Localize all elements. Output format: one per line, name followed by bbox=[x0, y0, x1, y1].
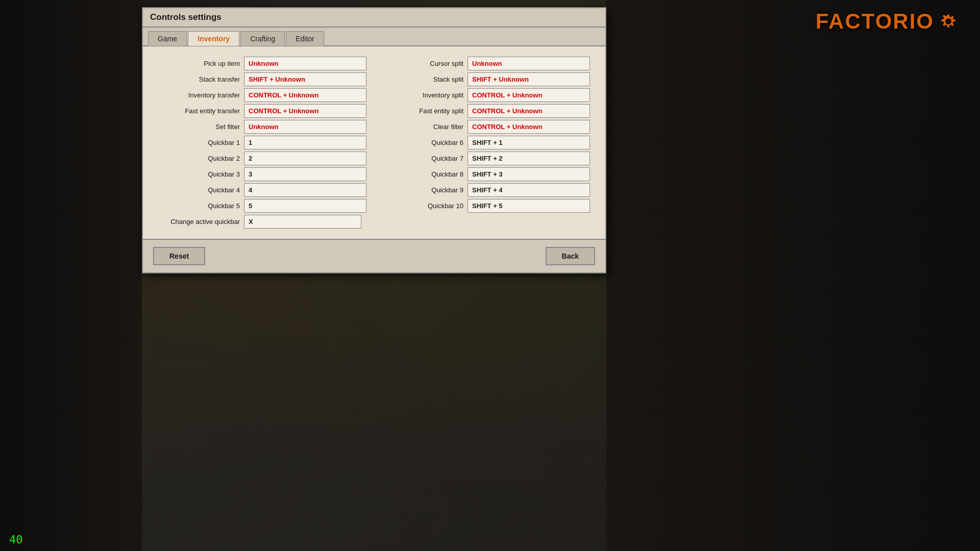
input-inv-split[interactable]: CONTROL + Unknown bbox=[468, 88, 590, 102]
input-cursor-split[interactable]: Unknown bbox=[468, 57, 590, 70]
label-set-filter: Set filter bbox=[158, 123, 240, 131]
label-qb2: Quickbar 2 bbox=[158, 155, 240, 162]
input-qb3[interactable]: 3 bbox=[244, 167, 366, 181]
label-qb3: Quickbar 3 bbox=[158, 170, 240, 178]
tab-game[interactable]: Game bbox=[148, 31, 187, 46]
reset-button[interactable]: Reset bbox=[153, 247, 205, 265]
binding-row-qb8: Quickbar 8 SHIFT + 3 bbox=[382, 167, 590, 181]
binding-row-pickup: Pick up item Unknown bbox=[158, 57, 366, 70]
tab-inventory[interactable]: Inventory bbox=[188, 31, 239, 46]
label-change-quickbar: Change active quickbar bbox=[158, 218, 240, 226]
tab-crafting[interactable]: Crafting bbox=[240, 31, 285, 46]
bindings-grid: Pick up item Unknown Cursor split Unknow… bbox=[158, 57, 590, 213]
label-cursor-split: Cursor split bbox=[382, 60, 463, 67]
fps-counter: 40 bbox=[9, 533, 23, 546]
binding-row-qb2: Quickbar 2 2 bbox=[158, 152, 366, 165]
binding-row-stack-transfer: Stack transfer SHIFT + Unknown bbox=[158, 72, 366, 86]
controls-dialog: Controls settings Game Inventory Craftin… bbox=[142, 7, 606, 273]
label-stack-split: Stack split bbox=[382, 76, 463, 83]
binding-row-clear-filter: Clear filter CONTROL + Unknown bbox=[382, 120, 590, 134]
label-inv-transfer: Inventory transfer bbox=[158, 91, 240, 99]
input-qb4[interactable]: 4 bbox=[244, 183, 366, 197]
input-inv-transfer[interactable]: CONTROL + Unknown bbox=[244, 88, 366, 102]
binding-row-fast-transfer: Fast entity transfer CONTROL + Unknown bbox=[158, 104, 366, 118]
input-qb10[interactable]: SHIFT + 5 bbox=[468, 199, 590, 213]
binding-row-set-filter: Set filter Unknown bbox=[158, 120, 366, 134]
input-pickup[interactable]: Unknown bbox=[244, 57, 366, 70]
bg-left-panel bbox=[0, 0, 142, 551]
label-stack-transfer: Stack transfer bbox=[158, 76, 240, 83]
binding-row-qb9: Quickbar 9 SHIFT + 4 bbox=[382, 183, 590, 197]
binding-row-qb10: Quickbar 10 SHIFT + 5 bbox=[382, 199, 590, 213]
binding-row-qb1: Quickbar 1 1 bbox=[158, 136, 366, 149]
label-qb5: Quickbar 5 bbox=[158, 202, 240, 210]
label-qb1: Quickbar 1 bbox=[158, 139, 240, 146]
tabs-bar: Game Inventory Crafting Editor bbox=[143, 28, 605, 46]
input-qb6[interactable]: SHIFT + 1 bbox=[468, 136, 590, 149]
binding-row-change-quickbar: Change active quickbar X bbox=[158, 215, 590, 229]
input-stack-transfer[interactable]: SHIFT + Unknown bbox=[244, 72, 366, 86]
input-clear-filter[interactable]: CONTROL + Unknown bbox=[468, 120, 590, 134]
input-qb5[interactable]: 5 bbox=[244, 199, 366, 213]
binding-row-qb7: Quickbar 7 SHIFT + 2 bbox=[382, 152, 590, 165]
binding-row-qb4: Quickbar 4 4 bbox=[158, 183, 366, 197]
binding-row-qb3: Quickbar 3 3 bbox=[158, 167, 366, 181]
binding-row-inv-split: Inventory split CONTROL + Unknown bbox=[382, 88, 590, 102]
label-qb9: Quickbar 9 bbox=[382, 186, 463, 194]
input-fast-transfer[interactable]: CONTROL + Unknown bbox=[244, 104, 366, 118]
label-fast-split: Fast entity split bbox=[382, 107, 463, 115]
label-fast-transfer: Fast entity transfer bbox=[158, 107, 240, 115]
logo-text: FACTORIO bbox=[816, 9, 934, 34]
binding-row-qb6: Quickbar 6 SHIFT + 1 bbox=[382, 136, 590, 149]
input-set-filter[interactable]: Unknown bbox=[244, 120, 366, 134]
label-qb6: Quickbar 6 bbox=[382, 139, 463, 146]
label-clear-filter: Clear filter bbox=[382, 123, 463, 131]
factorio-logo: FACTORIO bbox=[816, 9, 960, 34]
binding-row-cursor-split: Cursor split Unknown bbox=[382, 57, 590, 70]
input-fast-split[interactable]: CONTROL + Unknown bbox=[468, 104, 590, 118]
input-change-quickbar[interactable]: X bbox=[244, 215, 361, 229]
label-qb4: Quickbar 4 bbox=[158, 186, 240, 194]
label-qb10: Quickbar 10 bbox=[382, 202, 463, 210]
bg-right-panel bbox=[606, 0, 980, 551]
label-inv-split: Inventory split bbox=[382, 91, 463, 99]
back-button[interactable]: Back bbox=[546, 247, 595, 265]
binding-row-stack-split: Stack split SHIFT + Unknown bbox=[382, 72, 590, 86]
input-qb2[interactable]: 2 bbox=[244, 152, 366, 165]
input-qb8[interactable]: SHIFT + 3 bbox=[468, 167, 590, 181]
input-qb9[interactable]: SHIFT + 4 bbox=[468, 183, 590, 197]
input-qb7[interactable]: SHIFT + 2 bbox=[468, 152, 590, 165]
input-stack-split[interactable]: SHIFT + Unknown bbox=[468, 72, 590, 86]
input-qb1[interactable]: 1 bbox=[244, 136, 366, 149]
label-qb8: Quickbar 8 bbox=[382, 170, 463, 178]
dialog-footer: Reset Back bbox=[143, 239, 605, 272]
dialog-title: Controls settings bbox=[143, 8, 605, 28]
binding-row-qb5: Quickbar 5 5 bbox=[158, 199, 366, 213]
dialog-content: Pick up item Unknown Cursor split Unknow… bbox=[143, 46, 605, 239]
binding-row-fast-split: Fast entity split CONTROL + Unknown bbox=[382, 104, 590, 118]
binding-row-inv-transfer: Inventory transfer CONTROL + Unknown bbox=[158, 88, 366, 102]
label-pickup: Pick up item bbox=[158, 60, 240, 67]
tab-editor[interactable]: Editor bbox=[286, 31, 324, 46]
gear-icon bbox=[937, 10, 960, 33]
label-qb7: Quickbar 7 bbox=[382, 155, 463, 162]
